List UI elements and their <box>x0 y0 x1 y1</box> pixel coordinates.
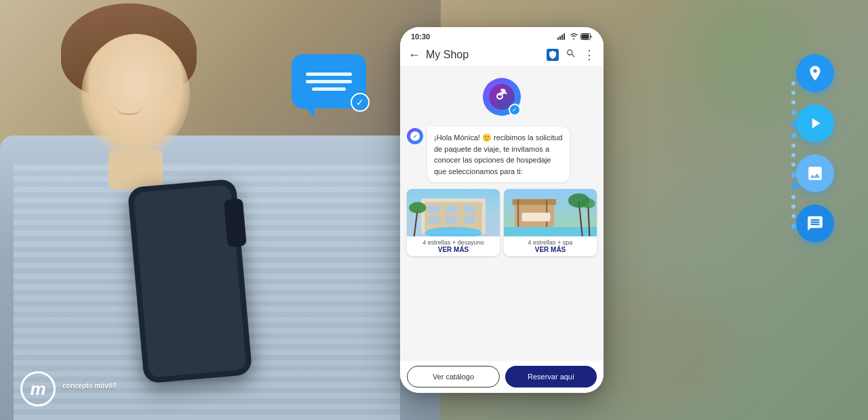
hotel-2-stars: 4 estrellas + spa <box>508 239 593 246</box>
back-button[interactable]: ← <box>408 48 420 62</box>
shield-icon <box>547 49 559 61</box>
status-time: 10:30 <box>411 33 430 41</box>
hotel-1-image <box>407 189 500 236</box>
svg-point-18 <box>409 202 426 213</box>
right-icons-panel <box>796 54 834 243</box>
location-icon <box>796 54 834 92</box>
msg-avatar: ✓ <box>407 128 423 144</box>
app-bar: ← My Shop ⋮ <box>400 43 604 67</box>
phone-in-hand <box>127 179 253 384</box>
svg-rect-15 <box>464 216 475 224</box>
reserve-button[interactable]: Reservar aquí <box>505 366 597 387</box>
search-icon[interactable] <box>566 48 576 62</box>
chat-line-3 <box>312 87 346 91</box>
logo-circle: m <box>20 371 56 406</box>
svg-rect-3 <box>564 33 565 40</box>
svg-rect-11 <box>446 205 457 213</box>
gallery-icon <box>796 154 834 192</box>
hotel-card-2[interactable]: 4 estrellas + spa VER MÁS <box>504 189 597 256</box>
message-row: ✓ ¡Hola Mónica! 🙂 recibimos la solicitud… <box>407 127 597 182</box>
chat-content: ✓ ✓ ¡Hola Mónica! 🙂 recibimos la solicit… <box>400 67 604 360</box>
video-icon <box>796 104 834 142</box>
app-bar-icons: ⋮ <box>547 47 595 62</box>
svg-rect-12 <box>464 205 475 213</box>
hotel-2-image <box>504 189 597 236</box>
hotel-card-1[interactable]: 4 estrellas + desayuno VER MÁS <box>407 189 500 256</box>
svg-rect-21 <box>513 199 556 205</box>
hotel-1-cta[interactable]: VER MÁS <box>411 246 496 253</box>
svg-rect-24 <box>521 213 550 222</box>
status-bar: 10:30 <box>400 27 604 43</box>
message-bubble: ¡Hola Mónica! 🙂 recibimos la solicitud d… <box>427 127 570 182</box>
bottom-buttons: Ver catálogo Reservar aquí <box>400 360 604 393</box>
status-icons <box>557 33 593 40</box>
svg-rect-10 <box>429 205 439 213</box>
logo-text: concepto móvil® <box>62 382 117 396</box>
app-title: My Shop <box>426 49 541 61</box>
svg-rect-14 <box>446 216 457 224</box>
hotel-cards: 4 estrellas + desayuno VER MÁS <box>407 189 597 256</box>
chat-check-icon: ✓ <box>351 93 370 112</box>
hotel-2-info: 4 estrellas + spa VER MÁS <box>504 236 597 256</box>
svg-rect-1 <box>559 36 561 40</box>
chat-line-1 <box>306 72 352 76</box>
svg-rect-6 <box>582 35 589 39</box>
svg-point-29 <box>581 198 595 209</box>
document-icon <box>796 205 834 243</box>
camera-bump <box>224 198 247 247</box>
svg-rect-0 <box>557 37 559 40</box>
phone-mockup: 10:30 ← My Shop <box>400 27 604 393</box>
message-text: ¡Hola Mónica! 🙂 recibimos la solicitud d… <box>434 133 562 175</box>
chat-bubble-icon: ✓ <box>292 54 366 115</box>
svg-rect-2 <box>561 35 563 40</box>
more-icon[interactable]: ⋮ <box>583 47 595 62</box>
hotel-2-cta[interactable]: VER MÁS <box>508 246 593 253</box>
hotel-1-stars: 4 estrellas + desayuno <box>411 239 496 246</box>
svg-point-4 <box>573 39 574 40</box>
business-avatar: ✓ <box>483 78 521 116</box>
trademark: ® <box>112 382 117 390</box>
catalog-button[interactable]: Ver catálogo <box>407 366 500 387</box>
chat-line-2 <box>306 80 352 83</box>
avatar-verified-badge: ✓ <box>509 104 521 116</box>
hotel-1-info: 4 estrellas + desayuno VER MÁS <box>407 236 500 256</box>
logo-area: m concepto móvil® <box>20 371 117 406</box>
svg-rect-13 <box>429 216 439 224</box>
